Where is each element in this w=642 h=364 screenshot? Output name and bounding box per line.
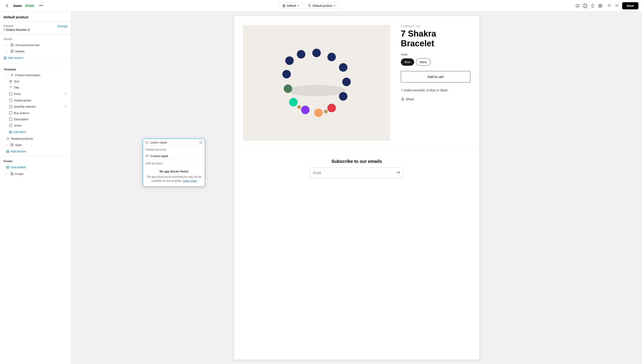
svg-point-53 — [297, 50, 305, 58]
color-label: Color — [401, 53, 470, 56]
layout-view-icon[interactable] — [597, 2, 604, 9]
tablet-view-icon[interactable] — [581, 2, 589, 9]
svg-rect-30 — [12, 144, 13, 144]
popup-clear-button[interactable] — [199, 140, 203, 144]
svg-rect-27 — [9, 124, 12, 127]
theme-selector[interactable]: Default — [280, 2, 303, 9]
topbar-right: Save — [574, 2, 638, 9]
svg-point-4 — [585, 7, 585, 7]
sidebar-item-text[interactable]: Text — [0, 78, 71, 84]
sidebar-item-announcement-bar[interactable]: › Announcement bar — [0, 42, 71, 48]
svg-rect-23 — [9, 105, 12, 108]
code-icon — [146, 154, 149, 158]
add-section-button-2[interactable]: Add section — [0, 148, 71, 155]
share-button[interactable]: Share — [401, 97, 414, 101]
email-submit-button[interactable] — [393, 168, 403, 178]
no-apps-title: No app blocks found — [143, 166, 205, 175]
svg-rect-13 — [11, 45, 12, 46]
popup-search-input[interactable] — [150, 141, 198, 144]
svg-rect-17 — [11, 52, 12, 52]
quantity-icon — [9, 105, 13, 108]
sidebar-item-related-products[interactable]: Related products — [0, 136, 71, 142]
svg-rect-11 — [11, 44, 12, 45]
related-products-icon — [6, 137, 10, 140]
save-button[interactable]: Save — [622, 2, 638, 9]
product-image — [243, 25, 390, 141]
chevron-icon2: › — [6, 50, 9, 52]
undo-button[interactable] — [606, 2, 613, 9]
email-input[interactable] — [310, 168, 393, 178]
color-black-button[interactable]: Black — [416, 58, 431, 66]
canvas: COMPANY 123 7 Shakra Bracelet Color Blue… — [71, 12, 642, 364]
chevron-icon4: › — [6, 144, 9, 146]
footer-grid-icon — [10, 172, 14, 176]
sidebar-item-price[interactable]: Price — [0, 91, 71, 97]
svg-rect-22 — [9, 99, 12, 102]
chevron-icon: › — [6, 44, 9, 46]
plus-icon — [4, 56, 7, 60]
buy-buttons-label: Buy buttons — [14, 112, 68, 115]
chevron-down-icon2 — [334, 5, 336, 7]
add-block-label: Add block — [13, 130, 26, 134]
product-title: 7 Shakra Bracelet — [401, 29, 470, 48]
svg-point-47 — [314, 108, 323, 117]
sidebar-item-product-info[interactable]: › Product information — [0, 72, 71, 78]
add-to-cart-button[interactable]: Add to cart — [401, 71, 470, 82]
sidebar-item-buy-buttons[interactable]: Buy buttons — [0, 110, 71, 116]
description-icon — [9, 118, 13, 121]
back-button[interactable] — [4, 2, 11, 9]
svg-rect-9 — [599, 6, 600, 7]
product-page: COMPANY 123 7 Shakra Bracelet Color Blue… — [234, 16, 479, 360]
mobile-view-icon[interactable] — [589, 2, 596, 9]
preview-product: 7 Shakra Bracelet — [4, 28, 30, 32]
learn-more-link[interactable]: Learn more — [183, 179, 196, 182]
sidebar-header-group: Header — [0, 36, 71, 42]
svg-rect-2 — [576, 4, 579, 7]
plus-circle-icon2 — [6, 150, 9, 153]
arrow-right-icon — [396, 170, 400, 174]
buy-buttons-icon — [9, 111, 13, 115]
grid-icon2 — [10, 50, 14, 53]
svg-point-54 — [324, 110, 328, 114]
redo-button[interactable] — [613, 2, 620, 9]
popup-search-icon — [145, 141, 149, 144]
more-options-button[interactable]: ••• — [38, 3, 44, 9]
product-selector[interactable]: Default product — [305, 2, 339, 9]
svg-point-44 — [342, 78, 351, 86]
sidebar-item-description[interactable]: Description — [0, 116, 71, 122]
svg-rect-16 — [12, 50, 13, 51]
no-apps-sub: The app block you're searching for may n… — [143, 175, 205, 186]
add-block-button[interactable]: Add block — [0, 128, 71, 136]
add-section-button-1[interactable]: Add section — [0, 54, 71, 61]
eye-icon-2 — [65, 105, 68, 108]
sidebar-item-header[interactable]: › Header — [0, 48, 71, 54]
add-section-button-footer[interactable]: Add section — [0, 164, 71, 171]
sidebar-item-share[interactable]: Share — [0, 122, 71, 128]
subscribe-title: Subscribe to our emails — [239, 159, 475, 164]
custom-liquid-label: Custom liquid — [151, 154, 168, 158]
desktop-view-icon[interactable] — [574, 2, 581, 9]
change-link[interactable]: Change — [57, 24, 68, 28]
svg-point-55 — [297, 105, 301, 109]
color-blue-button[interactable]: Blue — [401, 58, 414, 66]
diamond-icon — [10, 73, 14, 77]
live-dot — [26, 5, 28, 6]
sidebar-item-apps[interactable]: › Apps — [0, 142, 71, 148]
sidebar-item-quantity-selector[interactable]: Quantity selector — [0, 103, 71, 110]
product-info-label: Product information — [15, 74, 68, 77]
svg-point-41 — [312, 49, 321, 57]
svg-rect-36 — [12, 172, 13, 174]
apps-label: Apps — [15, 143, 68, 146]
custom-liquid-item[interactable]: Custom liquid — [143, 152, 205, 160]
add-section-footer-label: Add section — [11, 166, 26, 169]
sidebar-item-title[interactable]: Title — [0, 84, 71, 91]
plus-circle-icon3 — [6, 166, 9, 169]
view-icons — [574, 2, 604, 9]
sidebar-item-footer[interactable]: › Footer — [0, 171, 71, 177]
template-label: Template — [0, 65, 71, 72]
theme-blocks-label: THEME BLOCKS — [143, 146, 205, 152]
price-icon — [9, 92, 13, 96]
sidebar-item-variant-picker[interactable]: Variant picker — [0, 97, 71, 103]
share-icon — [401, 97, 404, 101]
svg-point-50 — [284, 84, 292, 93]
